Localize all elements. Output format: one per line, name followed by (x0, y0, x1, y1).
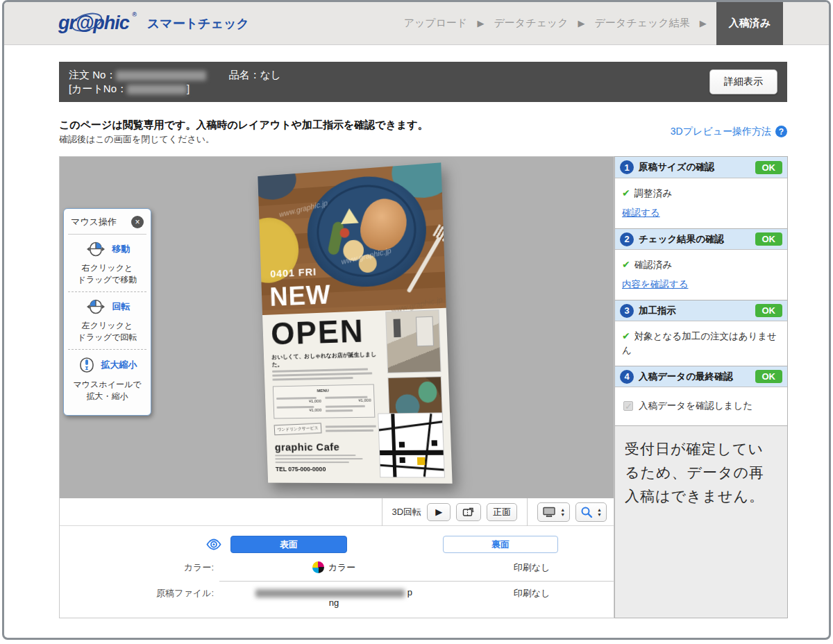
cmyk-color-icon (312, 561, 324, 573)
sides-info: 表面 裏面 カラー: カラー 印刷なし 原稿ファイル: ████████████… (60, 526, 614, 608)
breadcrumb-arrow-icon: ▶ (477, 18, 484, 28)
item-name: 品名：なし (229, 69, 282, 80)
poster-menu-box: MENU ¥1,000 ¥1,000 ¥1,000 (273, 384, 376, 418)
front-color-value: カラー (219, 561, 448, 574)
status-badge: OK (755, 370, 783, 383)
app-header: gr@phic® スマートチェック アップロード ▶ データチェック ▶ データ… (4, 2, 829, 45)
detail-view-button[interactable]: 詳細表示 (709, 69, 777, 94)
mouse-left-button-icon (85, 299, 107, 314)
preview-toolbar: 3D回転 ▶ 正面 ▲▼ (60, 498, 614, 526)
mouse-operations-panel: マウス操作 × 移動 右クリックと ドラッグで移動 (63, 208, 151, 416)
magnifier-icon (580, 506, 593, 518)
notice-subtitle: 確認後はこの画面を閉じてください。 (59, 133, 428, 146)
breadcrumb-arrow-icon: ▶ (700, 18, 707, 28)
breadcrumb-arrow-icon: ▶ (578, 18, 585, 28)
view-mode-stepper[interactable]: ▲▼ (537, 502, 570, 522)
file-label: 原稿ファイル: (60, 587, 219, 600)
close-icon[interactable]: × (131, 216, 144, 228)
cart-no-masked: ████████ (127, 85, 187, 94)
poster-subtitle: おいしくて、おしゃれなお店が誕生しました。 (271, 350, 380, 368)
order-info-bar: 注文 No：██████████_███ 品名：なし [カートNo：██████… (59, 62, 787, 102)
help-icon[interactable]: ? (775, 126, 787, 137)
status-badge: OK (755, 161, 783, 174)
rotate-label: 3D回転 (392, 506, 422, 518)
check-section-3: 3 加工指示 OK ✔対象となる加工の注文はありません (615, 300, 787, 366)
check-icon: ✔ (622, 187, 630, 198)
order-no-label: 注文 No： (69, 69, 116, 80)
poster-map (378, 412, 445, 477)
file-row: 原稿ファイル: ██████████████████████ p ng 印刷なし (60, 587, 614, 608)
step-number-badge: 4 (620, 370, 634, 384)
check-section-1: 1 原稿サイズの確認 OK ✔調整済み 確認する (615, 157, 787, 228)
up-arrow-icon[interactable]: ▲ (560, 507, 565, 512)
confirm-link[interactable]: 確認する (622, 206, 660, 220)
mouse-op-move: 移動 右クリックと ドラッグで移動 (68, 235, 146, 292)
step-datacheck: データチェック (494, 17, 568, 30)
poster-drink-service: ワンドリンクサービス (274, 423, 322, 435)
step-number-badge: 1 (620, 160, 634, 174)
step-submitted-active: 入稿済み (716, 2, 783, 45)
notice-title: このページは閲覧専用です。入稿時のレイアウトや加工指示を確認できます。 (59, 117, 428, 133)
down-arrow-icon[interactable]: ▼ (560, 512, 565, 517)
mouse-right-button-icon (85, 242, 107, 257)
flip-side-button[interactable] (456, 503, 481, 521)
status-badge: OK (755, 232, 783, 246)
poster-new-text: NEW (269, 280, 331, 310)
brand: gr@phic® スマートチェック (58, 12, 249, 34)
color-row: カラー: カラー 印刷なし (60, 561, 614, 574)
back-side-button[interactable]: 裏面 (443, 536, 558, 553)
play-icon: ▶ (435, 507, 442, 517)
confirmed-checkbox-label: 入稿データを確認しました (639, 399, 752, 413)
check-section-2: 2 チェック結果の確認 OK ✔確認済み 内容を確認する (615, 228, 787, 300)
eye-icon[interactable] (205, 539, 222, 550)
confirm-contents-link[interactable]: 内容を確認する (622, 278, 688, 291)
poster-photo: www.graphic.jp www.graphic.jp 0401 FRI N… (258, 162, 446, 315)
mouse-wheel-icon (78, 357, 96, 373)
front-view-button[interactable]: 正面 (487, 503, 517, 521)
mouse-op-zoom: 拡大縮小 マウスホイールで 拡大・縮小 (68, 350, 146, 408)
cart-no-label: [カートNo： (69, 83, 127, 94)
preview-help-link[interactable]: 3Dプレビュー操作方法 ? (671, 117, 787, 146)
front-side-button[interactable]: 表面 (230, 536, 347, 553)
back-color-value: 印刷なし (448, 561, 615, 574)
app-title: スマートチェック (147, 15, 249, 32)
mouse-panel-title: マウス操作 (71, 216, 117, 228)
step-number-badge: 2 (620, 232, 634, 246)
step-upload: アップロード (404, 17, 468, 30)
divider (527, 498, 528, 526)
page: gr@phic® スマートチェック アップロード ▶ データチェック ▶ データ… (2, 0, 831, 640)
order-no-masked: ██████████_███ (116, 71, 206, 80)
front-file-value: ██████████████████████ p ng (219, 587, 448, 608)
poster-body: OPEN www.graphic.jp おいしくて、おしゃれなお店が誕生しました… (262, 308, 453, 484)
check-section-4: 4 入稿データの最終確認 OK 入稿データを確認しました (615, 366, 787, 425)
check-icon: ✔ (622, 330, 630, 341)
page-notice: このページは閲覧専用です。入稿時のレイアウトや加工指示を確認できます。 確認後は… (59, 117, 787, 146)
up-arrow-icon[interactable]: ▲ (597, 507, 602, 512)
check-sidebar: 1 原稿サイズの確認 OK ✔調整済み 確認する 2 チェック結果の確認 OK … (614, 156, 788, 618)
preview-3d-canvas[interactable]: マウス操作 × 移動 右クリックと ドラッグで移動 (60, 157, 614, 498)
flip-icon (462, 507, 475, 518)
color-label: カラー: (60, 561, 219, 574)
mouse-op-rotate: 回転 左クリックと ドラッグで回転 (68, 292, 146, 350)
breadcrumb: アップロード ▶ データチェック ▶ データチェック結果 ▶ 入稿済み (397, 2, 829, 45)
map-marker (417, 457, 426, 465)
zoom-stepper[interactable]: ▲▼ (575, 502, 607, 522)
check-icon: ✔ (622, 259, 630, 270)
confirmed-checkbox (623, 401, 633, 411)
poster-interior-photo (385, 310, 441, 373)
poster-date-text: 0401 FRI (270, 266, 317, 280)
divider (219, 581, 615, 582)
back-file-value: 印刷なし (448, 587, 615, 600)
down-arrow-icon[interactable]: ▼ (597, 512, 602, 517)
preview-panel: マウス操作 × 移動 右クリックと ドラッグで移動 (59, 156, 614, 618)
play-rotation-button[interactable]: ▶ (427, 503, 451, 521)
divider (382, 498, 382, 526)
step-number-badge: 3 (620, 304, 634, 318)
status-badge: OK (755, 304, 783, 317)
display-icon (542, 507, 556, 518)
graphic-logo: gr@phic® (58, 12, 129, 34)
step-checkresult: データチェック結果 (595, 17, 690, 30)
document-3d-preview[interactable]: www.graphic.jp www.graphic.jp 0401 FRI N… (258, 162, 452, 483)
resubmit-notice: 受付日が確定しているため、データの再入稿はできません。 (615, 425, 787, 618)
